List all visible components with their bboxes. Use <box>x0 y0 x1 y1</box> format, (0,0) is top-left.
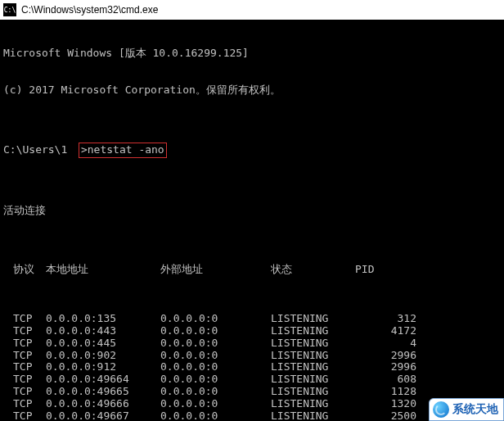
cell-foreign: 0.0.0.0:0 <box>160 373 271 386</box>
cell-state: LISTENING <box>271 325 377 337</box>
command-input[interactable]: >netstat -ano <box>79 143 167 158</box>
table-row: TCP0.0.0.0:9120.0.0.0:0LISTENING2996 <box>3 361 502 373</box>
cell-proto: TCP <box>3 337 46 350</box>
cell-foreign: 0.0.0.0:0 <box>160 386 271 398</box>
cell-state: LISTENING <box>271 410 377 421</box>
table-row: TCP0.0.0.0:4450.0.0.0:0LISTENING4 <box>3 337 502 350</box>
table-row: TCP0.0.0.0:4430.0.0.0:0LISTENING4172 <box>3 325 502 337</box>
header-state: 状态 <box>271 264 355 276</box>
cell-proto: TCP <box>3 410 46 421</box>
header-foreign: 外部地址 <box>160 264 271 276</box>
cmd-icon: C:\ <box>3 3 16 16</box>
cell-foreign: 0.0.0.0:0 <box>160 313 271 325</box>
cell-pid: 2996 <box>377 361 418 373</box>
cell-local: 0.0.0.0:912 <box>46 361 160 373</box>
cell-foreign: 0.0.0.0:0 <box>160 325 271 337</box>
cell-pid: 4172 <box>377 325 418 337</box>
banner-line-2: (c) 2017 Microsoft Corporation。保留所有权利。 <box>3 84 502 97</box>
banner-line-1: Microsoft Windows [版本 10.0.16299.125] <box>3 48 502 60</box>
cell-local: 0.0.0.0:902 <box>46 350 160 362</box>
cell-proto: TCP <box>3 313 46 325</box>
cell-foreign: 0.0.0.0:0 <box>160 337 271 350</box>
cell-state: LISTENING <box>271 313 377 325</box>
cell-pid: 2500 <box>377 410 418 421</box>
header-proto: 协议 <box>3 264 46 276</box>
cell-proto: TCP <box>3 325 46 337</box>
header-local: 本地地址 <box>46 264 160 276</box>
table-row: TCP0.0.0.0:1350.0.0.0:0LISTENING312 <box>3 313 502 325</box>
cell-state: LISTENING <box>271 361 377 373</box>
cell-proto: TCP <box>3 398 46 410</box>
prompt-line: C:\Users\1 >netstat -ano <box>3 143 502 158</box>
watermark-badge: 系统天地 <box>429 398 504 421</box>
cell-proto: TCP <box>3 373 46 386</box>
cell-pid: 1128 <box>377 386 418 398</box>
table-row: TCP0.0.0.0:9020.0.0.0:0LISTENING2996 <box>3 350 502 362</box>
cell-pid: 2996 <box>377 350 418 362</box>
cell-local: 0.0.0.0:445 <box>46 337 160 350</box>
table-row: TCP0.0.0.0:496640.0.0.0:0LISTENING608 <box>3 373 502 386</box>
cell-foreign: 0.0.0.0:0 <box>160 361 271 373</box>
table-row: TCP0.0.0.0:496670.0.0.0:0LISTENING2500 <box>3 410 502 421</box>
cell-foreign: 0.0.0.0:0 <box>160 410 271 421</box>
prompt-path: C:\Users\1 <box>3 144 67 156</box>
cell-pid: 312 <box>377 313 418 325</box>
terminal-output[interactable]: Microsoft Windows [版本 10.0.16299.125] (c… <box>0 20 504 421</box>
cell-local: 0.0.0.0:49666 <box>46 398 160 410</box>
watermark-text: 系统天地 <box>452 402 498 417</box>
cell-state: LISTENING <box>271 337 377 350</box>
cell-state: LISTENING <box>271 350 377 362</box>
cell-local: 0.0.0.0:49665 <box>46 386 160 398</box>
globe-icon <box>433 401 449 418</box>
window-titlebar[interactable]: C:\ C:\Windows\system32\cmd.exe <box>0 0 504 20</box>
section-title: 活动连接 <box>3 205 502 217</box>
cell-foreign: 0.0.0.0:0 <box>160 398 271 410</box>
table-row: TCP0.0.0.0:496660.0.0.0:0LISTENING1320 <box>3 398 502 410</box>
cell-foreign: 0.0.0.0:0 <box>160 350 271 362</box>
cell-pid: 4 <box>377 337 418 350</box>
cell-proto: TCP <box>3 350 46 362</box>
cell-local: 0.0.0.0:49667 <box>46 410 160 421</box>
window-title: C:\Windows\system32\cmd.exe <box>21 4 158 16</box>
cell-local: 0.0.0.0:135 <box>46 313 160 325</box>
header-pid: PID <box>355 264 392 276</box>
cell-proto: TCP <box>3 361 46 373</box>
cell-local: 0.0.0.0:443 <box>46 325 160 337</box>
cell-pid: 608 <box>377 373 418 386</box>
cell-state: LISTENING <box>271 398 377 410</box>
cell-proto: TCP <box>3 386 46 398</box>
cell-local: 0.0.0.0:49664 <box>46 373 160 386</box>
table-row: TCP0.0.0.0:496650.0.0.0:0LISTENING1128 <box>3 386 502 398</box>
cell-state: LISTENING <box>271 373 377 386</box>
cell-state: LISTENING <box>271 386 377 398</box>
cell-pid: 1320 <box>377 398 418 410</box>
table-header: 协议 本地地址 外部地址 状态 PID <box>3 264 502 276</box>
